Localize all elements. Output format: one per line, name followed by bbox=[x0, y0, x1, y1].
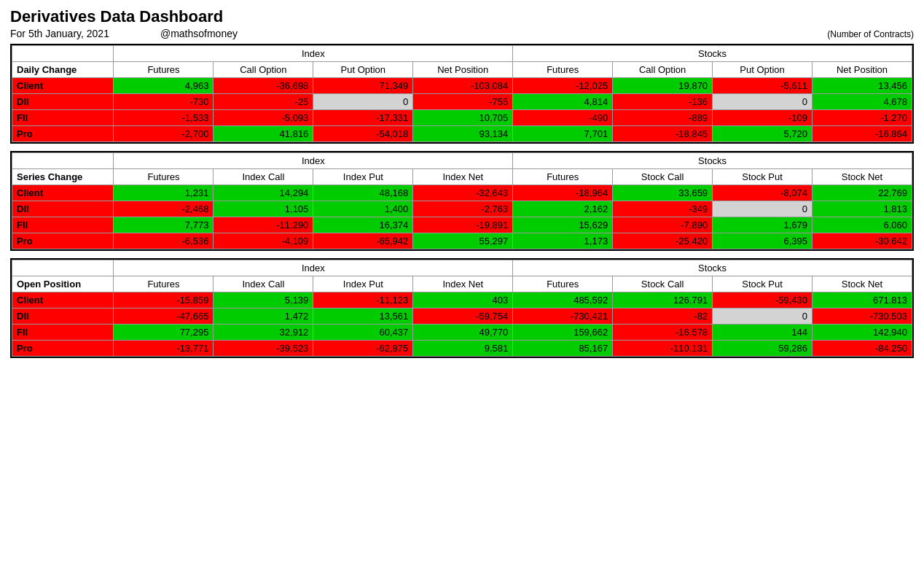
row-label-dii: DII bbox=[12, 201, 114, 217]
cell-0-5: 19,870 bbox=[613, 78, 713, 94]
section1-row-label: Daily Change bbox=[12, 62, 114, 78]
cell-2-0: 7,773 bbox=[114, 217, 214, 233]
cell-1-4: 2,162 bbox=[513, 201, 613, 217]
cell-3-2: -62,875 bbox=[313, 341, 413, 357]
cell-3-6: 6,395 bbox=[713, 233, 813, 249]
cell-3-7: -30,642 bbox=[813, 233, 912, 249]
section-series-change: Index Stocks Series Change Futures Index… bbox=[10, 151, 914, 251]
section1-group-header: Index Stocks bbox=[12, 46, 912, 62]
cell-2-6: 144 bbox=[713, 325, 813, 341]
cell-0-4: 485,592 bbox=[513, 292, 613, 308]
cell-0-0: 1,231 bbox=[114, 185, 214, 201]
cell-3-7: -84,250 bbox=[813, 341, 912, 357]
cell-3-0: -13,771 bbox=[114, 341, 214, 357]
cell-0-1: 14,294 bbox=[214, 185, 313, 201]
section1-stocks-header: Stocks bbox=[513, 46, 912, 62]
section3-stocks-header: Stocks bbox=[513, 260, 912, 276]
cell-1-2: 0 bbox=[313, 94, 413, 110]
cell-2-5: -16,578 bbox=[613, 325, 713, 341]
cell-2-5: -889 bbox=[613, 110, 713, 126]
cell-2-3: 10,705 bbox=[413, 110, 513, 126]
cell-2-4: 15,629 bbox=[513, 217, 613, 233]
cell-0-6: -5,611 bbox=[713, 78, 813, 94]
cell-2-2: -17,331 bbox=[313, 110, 413, 126]
cell-1-7: 4,678 bbox=[813, 94, 912, 110]
cell-0-2: 48,168 bbox=[313, 185, 413, 201]
cell-2-4: -490 bbox=[513, 110, 613, 126]
cell-3-5: -18,845 bbox=[613, 126, 713, 142]
cell-3-5: -110,131 bbox=[613, 341, 713, 357]
cell-1-3: -2,763 bbox=[413, 201, 513, 217]
cell-1-0: -2,468 bbox=[114, 201, 214, 217]
cell-3-0: -2,700 bbox=[114, 126, 214, 142]
cell-2-0: -1,533 bbox=[114, 110, 214, 126]
cell-2-1: -11,290 bbox=[214, 217, 313, 233]
cell-2-0: 77,295 bbox=[114, 325, 214, 341]
section2-stocks-header: Stocks bbox=[513, 153, 912, 169]
cell-0-6: -8,074 bbox=[713, 185, 813, 201]
row-label-client: Client bbox=[12, 78, 114, 94]
section2-col-headers: Series Change Futures Index Call Index P… bbox=[12, 169, 912, 185]
cell-3-4: 85,167 bbox=[513, 341, 613, 357]
cell-2-7: -1,270 bbox=[813, 110, 912, 126]
cell-1-1: 1,472 bbox=[214, 308, 313, 325]
cell-3-3: 93,134 bbox=[413, 126, 513, 142]
cell-0-0: -15,859 bbox=[114, 292, 214, 308]
table-row: DII-2,4681,1051,400-2,7632,162-34901,813 bbox=[12, 201, 912, 217]
cell-1-5: -82 bbox=[613, 308, 713, 325]
page-title: Derivatives Data Dashboard bbox=[10, 7, 914, 26]
cell-1-0: -730 bbox=[114, 94, 214, 110]
section1-col-headers: Daily Change Futures Call Option Put Opt… bbox=[12, 62, 912, 78]
cell-3-1: -39,523 bbox=[214, 341, 313, 357]
table-row: DII-47,6651,47213,561-59,754-730,421-820… bbox=[12, 308, 912, 325]
cell-0-7: 671,813 bbox=[813, 292, 912, 308]
cell-0-5: 126,791 bbox=[613, 292, 713, 308]
cell-2-7: 6,060 bbox=[813, 217, 912, 233]
cell-3-0: -6,536 bbox=[114, 233, 214, 249]
cell-3-1: 41,816 bbox=[214, 126, 313, 142]
cell-1-3: -59,754 bbox=[413, 308, 513, 325]
subtitle-date: For 5th January, 2021 bbox=[10, 28, 109, 39]
row-label-pro: Pro bbox=[12, 233, 114, 249]
cell-1-7: -730,503 bbox=[813, 308, 912, 325]
table-row: FII77,29532,91260,43749,770159,662-16,57… bbox=[12, 325, 912, 341]
cell-0-6: -59,430 bbox=[713, 292, 813, 308]
section2-row-label: Series Change bbox=[12, 169, 114, 185]
row-label-fii: FII bbox=[12, 217, 114, 233]
cell-1-6: 0 bbox=[713, 94, 813, 110]
row-label-pro: Pro bbox=[12, 126, 114, 142]
cell-0-5: 33,659 bbox=[613, 185, 713, 201]
cell-1-3: -755 bbox=[413, 94, 513, 110]
row-label-dii: DII bbox=[12, 94, 114, 110]
cell-0-2: -11,123 bbox=[313, 292, 413, 308]
cell-0-0: 4,963 bbox=[114, 78, 214, 94]
cell-1-4: -730,421 bbox=[513, 308, 613, 325]
section2-group-header: Index Stocks bbox=[12, 153, 912, 169]
cell-3-7: -16,864 bbox=[813, 126, 912, 142]
cell-1-1: -25 bbox=[214, 94, 313, 110]
cell-0-1: 5,139 bbox=[214, 292, 313, 308]
section3-group-header: Index Stocks bbox=[12, 260, 912, 276]
cell-1-6: 0 bbox=[713, 201, 813, 217]
cell-2-5: -7,890 bbox=[613, 217, 713, 233]
cell-1-2: 13,561 bbox=[313, 308, 413, 325]
cell-1-6: 0 bbox=[713, 308, 813, 325]
cell-3-1: -4,109 bbox=[214, 233, 313, 249]
cell-2-2: 60,437 bbox=[313, 325, 413, 341]
cell-3-3: 9,581 bbox=[413, 341, 513, 357]
cell-1-5: -349 bbox=[613, 201, 713, 217]
section2-index-header: Index bbox=[114, 153, 513, 169]
section3-index-header: Index bbox=[114, 260, 513, 276]
cell-2-3: 49,770 bbox=[413, 325, 513, 341]
cell-3-3: 55,297 bbox=[413, 233, 513, 249]
cell-2-4: 159,662 bbox=[513, 325, 613, 341]
cell-1-7: 1,813 bbox=[813, 201, 912, 217]
row-label-pro: Pro bbox=[12, 341, 114, 357]
subtitle-note: (Number of Contracts) bbox=[827, 29, 914, 39]
table-row: DII-730-250-7554,814-13604,678 bbox=[12, 94, 912, 110]
section3-row-label: Open Position bbox=[12, 276, 114, 292]
cell-2-2: 16,374 bbox=[313, 217, 413, 233]
table-row: Pro-6,536-4,109-65,94255,2971,173-25,420… bbox=[12, 233, 912, 249]
table-row: Pro-2,70041,816-54,01893,1347,701-18,845… bbox=[12, 126, 912, 142]
section-open-position: Index Stocks Open Position Futures Index… bbox=[10, 258, 914, 358]
